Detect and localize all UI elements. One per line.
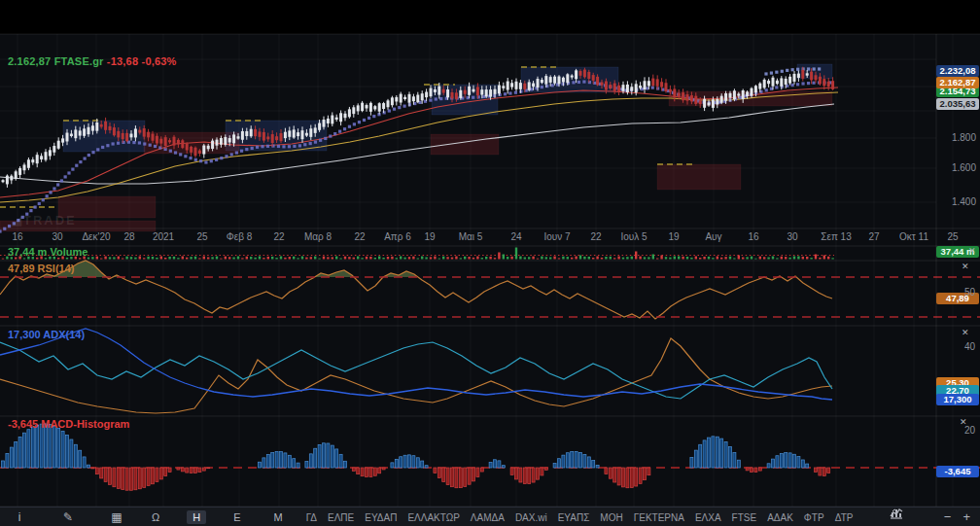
volume-value: 37,44 m [8,246,47,258]
time-axis-label: 22 [273,231,284,242]
info-icon[interactable]: i [12,510,27,524]
time-axis-label: 24 [510,231,521,242]
ticker-item-ΕΥΔΑΠ[interactable]: ΕΥΔΑΠ [365,512,397,523]
table-icon[interactable]: ▦ [109,510,124,524]
toolbar-right-group: − + [890,508,970,526]
rsi-value: 47,89 [8,263,35,274]
time-axis-label: Δεκ'20 [82,231,110,242]
time-axis-label: Φεβ 8 [227,231,253,242]
time-axis-label: 28 [123,231,134,242]
ticker-item-ΕΥΑΠΣ[interactable]: ΕΥΑΠΣ [558,512,590,523]
ticker-item-ΜΟΗ[interactable]: ΜΟΗ [600,512,622,523]
interval-button-Μ[interactable]: Μ [268,510,289,524]
price-axis-label: 1.400 [952,196,976,207]
time-axis-label: 25 [196,231,207,242]
time-axis-label: 27 [868,231,879,242]
time-axis-label: 16 [748,231,758,242]
interval-button-Ε[interactable]: Ε [228,510,246,524]
ticker-item-ΛΑΜΔΑ[interactable]: ΛΑΜΔΑ [471,512,505,523]
adx-value: 17,300 [8,329,41,340]
time-axis-label: 22 [590,231,601,242]
time-axis-label: Ιουλ 5 [620,231,647,242]
close-volume-pane-button[interactable]: ✕ [968,247,976,256]
zoom-in-button[interactable]: + [962,508,970,526]
time-axis-label: Μαρ 8 [304,231,332,242]
chart-canvas[interactable] [0,0,980,526]
price-axis-label: 1.600 [952,162,976,173]
price-change: -13,68 [107,55,138,67]
zoom-out-button[interactable]: − [944,508,952,526]
time-axis-label: Απρ 6 [384,231,411,242]
ticker-item-ΕΛΛΑΚΤΩΡ[interactable]: ΕΛΛΑΚΤΩΡ [407,512,459,523]
macd-value-badge: -3,645 [936,466,979,477]
close-adx-pane-button[interactable]: ✕ [962,329,969,337]
macd-value: -3,645 [8,418,38,430]
symbol-name: FTASE.gr [54,55,104,67]
chart-application: 2.162,87 FTASE.gr -13,68 -0,63% ◢TRADE 3… [0,0,980,526]
volume-pane-label: 37,44 m Volume [8,246,88,258]
time-axis-label: Ιουν 7 [543,231,570,242]
interval-button-Η[interactable]: Η [187,510,206,524]
watermark-logo-icon: ◢ [12,213,23,228]
macd-pane-label: -3,645 MACD-Histogram [8,418,129,430]
time-axis-label: 25 [947,231,958,242]
macd-indicator-name: MACD-Histogram [41,418,129,430]
adx-indicator-name: ADX(14) [43,329,85,340]
ticker-item-ΓΕΚΤΕΡΝΑ[interactable]: ΓΕΚΤΕΡΝΑ [634,512,684,523]
rsi-scale-label: 50 [964,287,975,298]
price-axis-label: 1.800 [952,132,976,143]
ticker-item-FTSE[interactable]: FTSE [732,512,757,523]
time-axis-label: Μαι 5 [459,231,483,242]
ticker-item-ΓΔ[interactable]: ΓΔ [306,512,317,523]
time-axis-label: Σεπ 13 [821,231,851,242]
price-level-badge: 2.035,63 [936,98,979,110]
last-price: 2.162,87 [8,55,51,67]
ticker-item-ΦΤΡ[interactable]: ΦΤΡ [804,512,824,523]
time-axis-label: 19 [668,231,679,242]
symbol-legend: 2.162,87 FTASE.gr -13,68 -0,63% [8,55,177,67]
time-axis-label: 2021 [153,231,174,242]
time-axis-label: 30 [52,231,62,242]
time-axis-label: 22 [354,231,365,242]
time-axis-label: 16 [12,231,22,242]
time-axis-label: Αυγ [705,231,721,242]
adx-value-badge: 17,300 [936,394,979,405]
time-axis-label: 30 [787,231,797,242]
ticker-item-ΑΔΑΚ[interactable]: ΑΔΑΚ [767,512,793,523]
price-change-percent: -0,63% [142,55,177,67]
ticker-item-ΕΛΠΕ[interactable]: ΕΛΠΕ [328,512,354,523]
interval-button-Ω[interactable]: Ω [146,510,165,524]
rsi-indicator-name: RSI(14) [38,263,75,274]
ticker-item-DAX.wi[interactable]: DAX.wi [515,512,547,523]
adx-pane-label: 17,300 ADX(14) [8,329,85,340]
close-rsi-pane-button[interactable]: ✕ [962,263,969,271]
time-axis-label: Οκτ 11 [899,231,928,242]
ticker-item-ΕΛΧΑ[interactable]: ΕΛΧΑ [695,512,721,523]
ticker-item-ΔΤΡ[interactable]: ΔΤΡ [835,512,854,523]
adx-scale-label: 40 [964,341,975,352]
time-axis-label: 19 [424,231,435,242]
price-level-badge: 2.232,08 [936,65,979,77]
platform-watermark: ◢TRADE [12,213,77,228]
bottom-toolbar: i✎▦ΩΗΕΜΓΔΕΛΠΕΕΥΔΑΠΕΛΛΑΚΤΩΡΛΑΜΔΑDAX.wiΕΥΑ… [0,507,980,526]
rsi-pane-label: 47,89 RSI(14) [8,263,75,274]
close-macd-pane-button[interactable]: ✕ [960,418,967,427]
pencil-icon[interactable]: ✎ [60,510,76,524]
price-level-badge: 2.162,87 [936,77,979,88]
volume-indicator-name: Volume [50,246,88,258]
